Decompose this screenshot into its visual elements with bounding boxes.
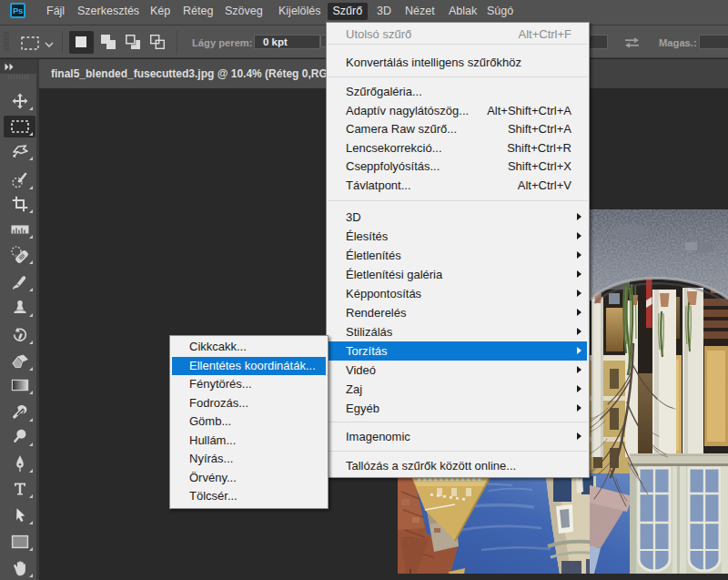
filter-menu-item[interactable]: Képpontosítás [327, 284, 589, 303]
filter-menu-item[interactable]: Utolsó szűrő Alt+Ctrl+F [327, 25, 589, 44]
brush-tool-icon [12, 274, 28, 290]
tool-flyout-indicator [29, 494, 33, 498]
distort-submenu-item[interactable]: Fodrozás... [170, 394, 328, 413]
brush-tool[interactable] [4, 271, 35, 293]
swap-dimensions-icon[interactable] [624, 37, 640, 48]
height-input[interactable] [699, 35, 728, 49]
menubar-item-kijells[interactable]: Kijelölés [272, 3, 328, 20]
rectangle-shape-tool[interactable] [4, 531, 35, 553]
filter-menu-item[interactable]: 3D [327, 208, 589, 227]
tool-flyout-indicator [29, 574, 33, 577]
menubar-item-ablak[interactable]: Ablak [442, 3, 483, 20]
history-brush-tool[interactable] [4, 324, 35, 346]
filter-menu-item[interactable]: Cseppfolyósítás... Shift+Ctrl+X [327, 158, 589, 177]
filter-menu-item[interactable]: Imagenomic [327, 427, 589, 446]
distort-submenu-item[interactable]: Hullám... [170, 432, 328, 451]
distort-submenu-item[interactable]: Cikkcakk... [170, 338, 328, 357]
hand-tool[interactable] [4, 557, 35, 579]
menubar-item-szr[interactable]: Szűrő [328, 3, 369, 20]
distort-submenu-item[interactable]: Ellentétes koordináták... [170, 357, 328, 376]
filter-menu: Utolsó szűrő Alt+Ctrl+F Konvertálás inte… [326, 22, 590, 478]
path-selection-tool-icon [14, 508, 25, 524]
submenu-arrow-icon [577, 251, 581, 259]
quick-selection-tool[interactable] [4, 169, 35, 191]
submenu-arrow-icon [577, 232, 581, 239]
height-label: Magas.: [659, 35, 697, 51]
separator [62, 31, 63, 53]
lasso-tool[interactable] [4, 140, 35, 162]
feather-input[interactable]: 0 kpt [254, 35, 320, 49]
menu-separator [328, 422, 588, 422]
subtract-from-selection-icon [125, 34, 141, 50]
distort-submenu-item[interactable]: Gömb... [170, 412, 328, 432]
menubar-item-fjl[interactable]: Fájl [40, 3, 71, 20]
collapse-panel-icon [5, 63, 15, 71]
tool-flyout-indicator [29, 313, 33, 317]
distort-submenu-item[interactable]: Nyírás... [170, 450, 328, 469]
pen-tool-icon [14, 454, 26, 472]
gradient-tool-icon [11, 380, 28, 392]
move-tool[interactable] [4, 90, 35, 112]
submenu-arrow-icon [577, 404, 581, 412]
filter-menu-item[interactable]: Egyéb [327, 399, 589, 418]
smudge-tool[interactable] [4, 402, 35, 423]
eraser-tool[interactable] [4, 351, 35, 372]
menubar-item-sg[interactable]: Súgó [480, 3, 520, 20]
distort-submenu-item[interactable]: Fénytörés... [170, 375, 328, 394]
separator [177, 31, 177, 53]
options-bar-grip[interactable] [4, 32, 9, 52]
chevron-down-icon[interactable] [45, 42, 54, 47]
rectangular-marquee-tool[interactable] [4, 116, 35, 137]
filter-menu-item[interactable]: Videó [327, 361, 589, 380]
menubar-item-kp[interactable]: Kép [144, 3, 177, 20]
filter-menu-item[interactable]: Konvertálás intelligens szűrőkhöz [327, 53, 589, 72]
filter-menu-item[interactable]: Életlenítési galéria [327, 265, 589, 284]
filter-menu-item[interactable]: Lencsekorrekció... Shift+Ctrl+R [327, 139, 589, 158]
tool-flyout-indicator [29, 132, 33, 136]
filter-menu-item[interactable]: Tallózás a szűrők között online... [327, 456, 589, 475]
tool-flyout-indicator [29, 157, 33, 160]
menubar-item-rteg[interactable]: Réteg [177, 3, 219, 20]
path-selection-tool[interactable] [4, 504, 35, 526]
filter-menu-item[interactable]: Élesítés [327, 227, 589, 246]
healing-brush-tool[interactable] [4, 244, 35, 266]
menu-separator [328, 451, 588, 452]
dodge-tool[interactable] [4, 426, 35, 448]
tools-panel-header[interactable] [0, 59, 39, 74]
intersect-selection-button[interactable] [146, 31, 170, 54]
photoshop-logo[interactable]: Ps [10, 3, 25, 18]
filter-menu-item[interactable]: Szűrőgaléria... [327, 83, 589, 102]
ruler-tool-icon [11, 224, 29, 235]
pen-tool[interactable] [4, 453, 35, 474]
filter-menu-item[interactable]: Távlatpont... Alt+Ctrl+V [327, 177, 589, 196]
distort-submenu-item[interactable]: Tölcsér... [170, 487, 328, 506]
menubar-item-szerkeszts[interactable]: Szerkesztés [71, 3, 146, 20]
menubar-item-nzet[interactable]: Nézet [399, 3, 441, 20]
tools-panel [0, 59, 39, 580]
add-to-selection-button[interactable] [96, 31, 121, 54]
clone-stamp-tool[interactable] [4, 297, 35, 319]
tool-flyout-indicator [29, 107, 33, 110]
tool-preset-icon[interactable] [21, 36, 39, 50]
tool-flyout-indicator [29, 469, 33, 473]
filter-menu-item[interactable]: Stilizálás [327, 322, 589, 341]
subtract-from-selection-button[interactable] [121, 31, 146, 54]
filter-menu-item[interactable]: Adaptív nagylátószög... Alt+Shift+Ctrl+A [327, 102, 589, 121]
filter-menu-item[interactable]: Életlenítés [327, 246, 589, 265]
tool-flyout-indicator [29, 443, 33, 446]
menubar-item-szveg[interactable]: Szöveg [218, 3, 269, 20]
menubar-item-3d[interactable]: 3D [370, 3, 398, 20]
filter-menu-item[interactable]: Camera Raw szűrő... Shift+Ctrl+A [327, 120, 589, 139]
ruler-tool[interactable] [4, 219, 35, 240]
gradient-tool[interactable] [4, 374, 35, 396]
type-tool[interactable] [4, 478, 35, 500]
tools-panel-grip[interactable] [8, 75, 30, 79]
submenu-arrow-icon [577, 366, 581, 373]
distort-submenu-item[interactable]: Örvény... [170, 469, 328, 488]
filter-menu-item[interactable]: Renderelés [327, 303, 589, 322]
crop-tool[interactable] [4, 193, 35, 215]
tool-flyout-indicator [29, 547, 33, 551]
new-selection-button[interactable] [69, 31, 94, 54]
filter-menu-item[interactable]: Zaj [327, 380, 589, 399]
filter-menu-item[interactable]: Torzítás [327, 341, 589, 361]
